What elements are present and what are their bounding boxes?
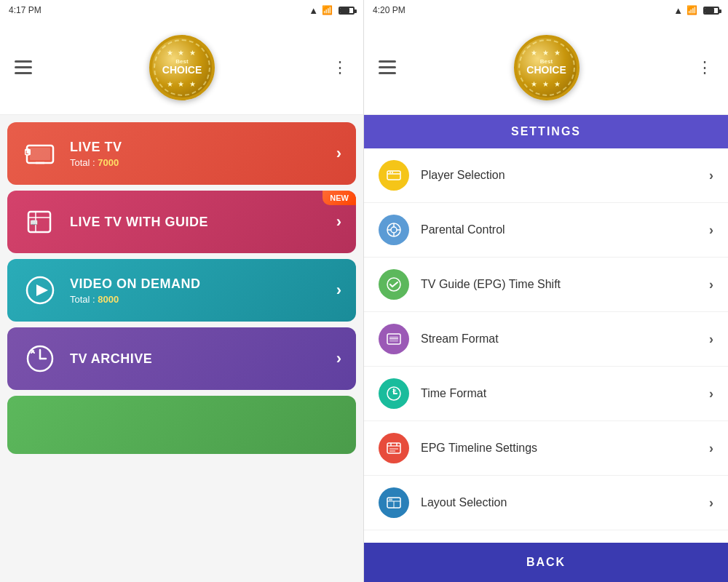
player-selection-chevron: › [709, 168, 713, 183]
layout-selection-label: Layout Selection [421, 496, 709, 509]
parental-control-icon [379, 215, 409, 245]
hamburger-menu-right[interactable] [379, 60, 396, 74]
live-tv-text: LIVE TV Total : 7000 [70, 140, 122, 168]
right-header: ★ ★ ★ Best CHOICE ★ ★ ★ ⋮ [364, 20, 728, 115]
left-header: ★ ★ ★ Best CHOICE ★ ★ ★ ⋮ [0, 20, 363, 115]
settings-item-stream-format[interactable]: Stream Format › [364, 312, 728, 367]
svg-point-18 [389, 172, 391, 173]
time-right: 4:20 PM [373, 5, 405, 15]
time-format-label: Time Format [421, 387, 709, 400]
logo-left: ★ ★ ★ Best CHOICE ★ ★ ★ [149, 35, 215, 100]
vod-title: VIDEO ON DEMAND [70, 276, 201, 292]
svg-text:L: L [25, 150, 29, 155]
time-format-chevron: › [709, 386, 713, 402]
right-panel: 4:20 PM ▲ 📶 ★ ★ ★ Best CHOICE ★ ★ ★ ⋮ SE… [364, 0, 728, 582]
wifi-icon-right: ▲ [673, 5, 683, 16]
epg-timeline-label: EPG Timeline Settings [421, 442, 709, 455]
dots-menu-right[interactable]: ⋮ [697, 58, 713, 77]
settings-title-bar: SETTINGS [364, 115, 728, 148]
tv-guide-chevron: › [709, 277, 713, 292]
new-badge: NEW [323, 191, 356, 205]
status-icons-right: ▲ 📶 [673, 5, 719, 16]
settings-list: Player Selection › Parental Control › [364, 148, 728, 543]
live-tv-icon: L L [22, 135, 58, 172]
stub-card[interactable] [7, 396, 356, 454]
settings-item-time-format[interactable]: 24 Time Format › [364, 367, 728, 421]
live-guide-arrow: › [336, 212, 341, 231]
status-bar-right: 4:20 PM ▲ 📶 [364, 0, 728, 20]
player-selection-label: Player Selection [421, 169, 709, 182]
archive-arrow: › [336, 349, 341, 368]
svg-rect-28 [389, 336, 398, 342]
live-tv-card[interactable]: L L LIVE TV Total : 7000 › [7, 122, 356, 185]
settings-item-epg-timeline[interactable]: EPG Timeline Settings › [364, 421, 728, 476]
vod-subtitle: Total : 8000 [70, 294, 201, 305]
status-icons-left: ▲ 📶 [309, 5, 355, 16]
signal-icon-right: 📶 [687, 5, 697, 15]
svg-text:📖: 📖 [30, 218, 39, 227]
svg-point-21 [391, 227, 397, 233]
menu-cards: L L LIVE TV Total : 7000 › NEW [0, 115, 363, 582]
layout-selection-chevron: › [709, 495, 713, 511]
live-guide-icon: 📖 [22, 204, 58, 240]
live-guide-card[interactable]: NEW 📖 LIVE TV WITH GUIDE › [7, 191, 356, 253]
settings-item-tv-guide[interactable]: TV Guide (EPG) Time Shift › [364, 258, 728, 312]
vod-arrow: › [336, 281, 341, 300]
time-format-icon: 24 [379, 378, 409, 409]
tv-guide-icon [379, 269, 409, 300]
time-left: 4:17 PM [9, 5, 41, 15]
svg-marker-12 [36, 284, 48, 296]
parental-control-chevron: › [709, 223, 713, 238]
settings-item-player-selection[interactable]: Player Selection › [364, 148, 728, 203]
stream-format-label: Stream Format [421, 332, 709, 346]
battery-icon [339, 7, 355, 15]
stream-format-chevron: › [709, 332, 713, 347]
svg-text:24: 24 [392, 388, 397, 393]
live-tv-title: LIVE TV [70, 140, 122, 155]
dots-menu-left[interactable]: ⋮ [332, 58, 349, 77]
battery-icon-right [703, 7, 719, 15]
archive-text: TV ARCHIVE [70, 351, 152, 367]
archive-title: TV ARCHIVE [70, 351, 152, 367]
settings-item-layout-selection[interactable]: Layout Selection › [364, 476, 728, 530]
live-guide-title: LIVE TV WITH GUIDE [70, 215, 208, 230]
left-panel: 4:17 PM ▲ 📶 ★ ★ ★ Best CHOICE ★ ★ ★ ⋮ [0, 0, 364, 582]
epg-timeline-icon [379, 433, 409, 463]
svg-rect-1 [30, 148, 50, 160]
vod-text: VIDEO ON DEMAND Total : 8000 [70, 276, 201, 305]
layout-selection-icon [379, 487, 409, 518]
tv-guide-label: TV Guide (EPG) Time Shift [421, 278, 709, 291]
signal-icon: 📶 [322, 5, 333, 15]
archive-icon [22, 340, 58, 377]
live-tv-subtitle: Total : 7000 [70, 157, 122, 168]
svg-rect-43 [389, 499, 392, 501]
settings-item-parental-control[interactable]: Parental Control › [364, 203, 728, 258]
live-guide-text: LIVE TV WITH GUIDE [70, 215, 208, 230]
parental-control-label: Parental Control [421, 223, 709, 236]
back-button[interactable]: BACK [364, 543, 728, 582]
svg-rect-34 [387, 443, 400, 453]
svg-rect-16 [387, 171, 400, 180]
epg-timeline-chevron: › [709, 441, 713, 456]
logo-right: ★ ★ ★ Best CHOICE ★ ★ ★ [514, 35, 579, 100]
archive-card[interactable]: TV ARCHIVE › [7, 327, 356, 390]
settings-title: SETTINGS [511, 125, 581, 137]
svg-point-19 [392, 172, 393, 173]
player-selection-icon [379, 160, 409, 191]
back-label: BACK [526, 556, 566, 568]
wifi-icon: ▲ [309, 5, 318, 16]
vod-card[interactable]: VIDEO ON DEMAND Total : 8000 › [7, 259, 356, 322]
live-tv-arrow: › [336, 144, 341, 163]
stream-format-icon [379, 324, 409, 354]
hamburger-menu-left[interactable] [15, 60, 32, 74]
status-bar-left: 4:17 PM ▲ 📶 [0, 0, 363, 20]
vod-icon [22, 272, 58, 308]
